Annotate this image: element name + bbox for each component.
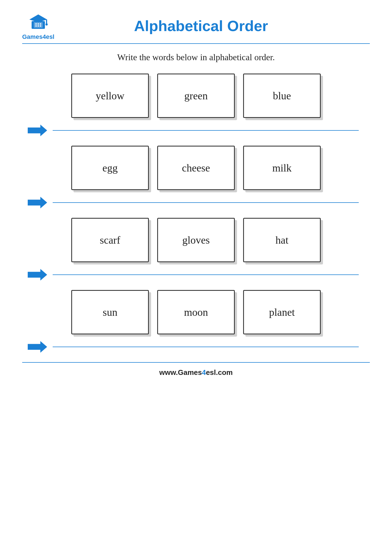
logo-area: Games4esl (22, 11, 54, 41)
word-card: yellow (71, 74, 149, 118)
answer-line-3 (53, 274, 359, 275)
arrow-icon (28, 340, 47, 354)
logo-text: Games4esl (22, 33, 54, 41)
arrow-icon (28, 268, 47, 282)
word-card: moon (157, 290, 235, 334)
svg-marker-14 (28, 341, 47, 353)
word-group-1: yellow green blue (22, 74, 370, 137)
word-card: hat (243, 218, 321, 262)
svg-marker-1 (29, 14, 47, 22)
answer-row-2 (22, 196, 370, 210)
word-card: egg (71, 146, 149, 190)
svg-point-8 (35, 25, 37, 27)
word-cards-2: egg cheese milk (22, 146, 370, 190)
svg-rect-4 (34, 22, 43, 28)
word-card: scarf (71, 218, 149, 262)
svg-point-5 (35, 23, 37, 25)
svg-marker-13 (28, 269, 47, 281)
answer-row-3 (22, 268, 370, 282)
word-cards-4: sun moon planet (22, 290, 370, 334)
answer-line-4 (53, 347, 359, 347)
header: Games4esl Alphabetical Order (22, 11, 370, 41)
svg-marker-12 (28, 197, 47, 208)
footer: www.Games4esl.com (22, 363, 370, 380)
svg-point-7 (40, 23, 41, 25)
word-card: sun (71, 290, 149, 334)
svg-point-3 (45, 23, 48, 26)
svg-marker-11 (28, 125, 47, 136)
answer-line-2 (53, 202, 359, 203)
instruction-text: Write the words below in alphabetical or… (22, 52, 370, 62)
footer-accent: 4 (202, 368, 206, 377)
arrow-icon (28, 123, 47, 137)
word-card: milk (243, 146, 321, 190)
word-card: planet (243, 290, 321, 334)
page-title: Alphabetical Order (71, 17, 370, 34)
word-group-3: scarf gloves hat (22, 218, 370, 282)
word-card: blue (243, 74, 321, 118)
word-card: gloves (157, 218, 235, 262)
page: Games4esl Alphabetical Order Write the w… (0, 0, 392, 555)
word-group-4: sun moon planet (22, 290, 370, 354)
word-group-2: egg cheese milk (22, 146, 370, 210)
arrow-icon (28, 196, 47, 210)
word-cards-3: scarf gloves hat (22, 218, 370, 262)
answer-line-1 (53, 130, 359, 131)
logo-icon (27, 11, 49, 33)
svg-point-10 (40, 25, 41, 27)
svg-point-9 (38, 25, 39, 27)
word-card: green (157, 74, 235, 118)
header-divider (22, 43, 370, 44)
svg-point-6 (38, 23, 39, 25)
answer-row-4 (22, 340, 370, 354)
answer-row-1 (22, 123, 370, 137)
word-cards-1: yellow green blue (22, 74, 370, 118)
word-card: cheese (157, 146, 235, 190)
